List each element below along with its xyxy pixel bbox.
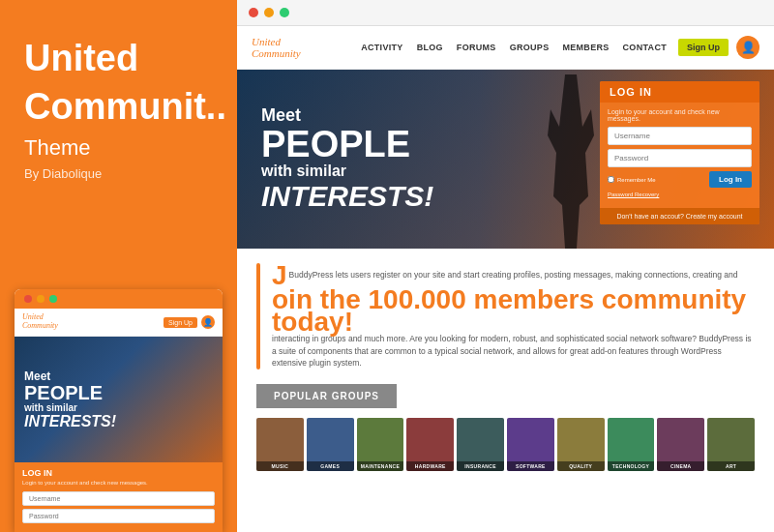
nav-contact[interactable]: CONTACT [623,43,667,52]
mobile-username-input[interactable] [22,491,215,506]
mobile-login-box: LOG IN Login to your account and check n… [15,462,223,532]
hero-text-block: Meet PEOPLE with similar INTERESTS! [237,86,458,232]
theme-author: By Diabolique [24,166,213,181]
mobile-title-bar [15,289,223,309]
browser-dot-red [249,8,258,17]
right-panel: United Community ACTIVITY BLOG FORUMS GR… [237,0,774,532]
mobile-signup-button[interactable]: Sign Up [164,317,197,328]
mobile-dot-yellow [37,295,45,303]
content-heading-text: oin the 100.000 members community today! [272,289,751,333]
create-account-link[interactable]: Don't have an accout? Create my account [600,208,759,224]
browser-dot-green [280,8,289,17]
desktop-logo: United Community [252,36,301,59]
nav-activity[interactable]: ACTIVITY [361,43,402,52]
group-item-art[interactable]: ART [707,418,755,471]
login-box-header: LOG IN [600,81,759,103]
login-button[interactable]: Log In [709,171,752,188]
group-label-maintenance: MAINTENANCE [357,461,404,471]
nav-groups[interactable]: GROUPS [510,43,550,52]
remember-me-check[interactable] [608,176,614,183]
group-label-art: ART [707,461,755,471]
left-panel: United Communit.. Theme By Diabolique Un… [0,0,237,532]
mobile-dot-red [24,295,32,303]
mobile-preview: United Community Sign Up 👤 Meet PEOPLE w… [15,289,223,532]
group-label-insurance: INSURANCE [457,461,504,471]
group-label-technology: TECHNOLOGY [608,461,655,471]
group-item-technology[interactable]: TECHNOLOGY [608,418,655,471]
group-item-quality[interactable]: QUALITY [557,418,605,471]
login-box: LOG IN Login to your account and check n… [600,81,759,224]
password-recovery-link[interactable]: Password Recovery [608,192,752,197]
group-item-maintenance[interactable]: MAINTENANCE [357,418,404,471]
theme-title-line1: United [24,39,213,79]
desktop-nav: United Community ACTIVITY BLOG FORUMS GR… [237,26,774,70]
desktop-signup-button[interactable]: Sign Up [678,39,729,56]
group-item-games[interactable]: GAMES [307,418,354,471]
group-item-software[interactable]: SOFTWARE [507,418,554,471]
mobile-hero: Meet PEOPLE with similar INTERESTS! [15,337,223,462]
remember-me-checkbox[interactable]: Remember Me [608,176,656,183]
mobile-nav: United Community Sign Up 👤 [15,309,223,337]
group-label-cinema: CINEMA [657,461,704,471]
popular-groups-label: POPULAR GROUPS [256,384,397,408]
nav-blog[interactable]: BLOG [417,43,443,52]
group-label-software: SOFTWARE [507,461,554,471]
mobile-dot-green [49,295,57,303]
browser-dot-yellow [264,8,274,17]
mobile-hero-text: Meet PEOPLE with similar INTERESTS! [24,369,116,430]
mobile-user-icon: 👤 [201,315,215,329]
group-label-games: GAMES [307,461,354,471]
mobile-logo: United Community [22,313,58,331]
username-input[interactable] [608,127,752,145]
browser-chrome [237,0,774,26]
theme-title-line2: Communit.. [24,87,213,128]
nav-forums[interactable]: FORUMS [457,43,496,52]
desktop-preview: United Community ACTIVITY BLOG FORUMS GR… [237,26,774,486]
group-label-music: MUSIC [256,461,304,471]
group-item-hardware[interactable]: HARDWARE [406,418,454,471]
group-item-cinema[interactable]: CINEMA [657,418,704,471]
popular-groups-section: POPULAR GROUPS MUSIC GAMES MAINTENANCE H… [237,384,774,486]
password-input[interactable] [608,149,752,167]
group-label-hardware: HARDWARE [406,461,454,471]
content-text: J oin the 100.000 members community toda… [272,263,755,369]
groups-grid: MUSIC GAMES MAINTENANCE HARDWARE INSURAN… [256,418,755,471]
desktop-nav-items: ACTIVITY BLOG FORUMS GROUPS MEMBERS CONT… [361,43,667,52]
nav-members[interactable]: MEMBERS [562,43,609,52]
content-accent-bar [256,263,260,369]
theme-subtitle: Theme [24,135,213,161]
login-options: Remember Me Log In [608,171,752,188]
login-box-body: Login to your account and check new mess… [600,103,759,208]
mobile-password-input[interactable] [22,509,215,523]
content-section: J oin the 100.000 members community toda… [237,249,774,384]
hero-section: Meet PEOPLE with similar INTERESTS! LOG … [237,70,774,249]
group-item-insurance[interactable]: INSURANCE [457,418,504,471]
group-label-quality: QUALITY [557,461,605,471]
group-item-music[interactable]: MUSIC [256,418,304,471]
user-icon[interactable]: 👤 [736,36,759,59]
